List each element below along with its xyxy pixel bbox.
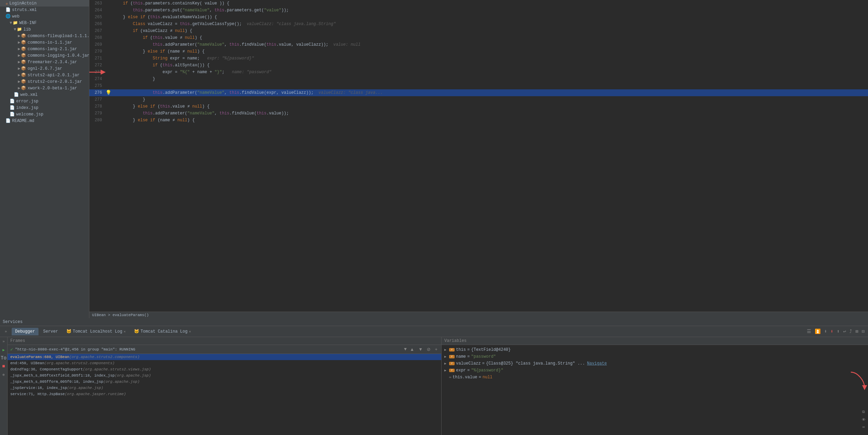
evaluate-expr-icon[interactable]: ∞ bbox=[860, 424, 867, 430]
sidebar-item-web-xml[interactable]: 📄 web.xml bbox=[0, 91, 89, 98]
grid-icon[interactable]: ⊞ bbox=[855, 328, 859, 335]
tab-tomcat-catalina[interactable]: 🐱 Tomcat Catalina Log ✕ bbox=[131, 327, 194, 335]
sidebar-item-welcome-jsp[interactable]: 📄 welcome.jsp bbox=[0, 111, 89, 118]
code-lines-container[interactable]: 263 if (this.parameters.containsKey( val… bbox=[89, 0, 868, 312]
frame-up-btn[interactable]: ▲ bbox=[409, 346, 415, 352]
thread-icon[interactable]: ⊕ bbox=[1, 371, 7, 378]
jar-icon-2: 📦 bbox=[21, 40, 26, 45]
sidebar-item-error-jsp[interactable]: 📄 error.jsp bbox=[0, 98, 89, 104]
frames-panel: Frames ✓ "http-nio-8080-exec-4"@2,456 in… bbox=[8, 337, 442, 435]
frame-item-1[interactable]: end:450, UIBean (org.apache.struts2.comp… bbox=[8, 360, 441, 366]
step-over-icon[interactable]: ⬇ bbox=[823, 328, 827, 335]
panel-toolbar-icons: ☰ ⏫ ⬇ ⬇ ⬆ ↩ ⤴ ⊞ ⊟ bbox=[806, 328, 865, 335]
chevron-right-icon-9: ▶ bbox=[18, 86, 20, 91]
sidebar-item-web[interactable]: 🌐 web bbox=[0, 13, 89, 20]
code-line-266: 266 Class valueClazz = this.getValueClas… bbox=[89, 21, 868, 27]
sidebar-item-loginactoin[interactable]: ☕ LoginActoin bbox=[0, 0, 89, 7]
var-expander-name[interactable]: ▶ bbox=[444, 355, 449, 359]
tab-tomcat-localhost[interactable]: 🐱 Tomcat Localhost Log ✕ bbox=[63, 327, 129, 335]
var-item-expr[interactable]: ▶ f expr = "%{password}" bbox=[442, 367, 868, 374]
step-into-icon[interactable]: ⬇ bbox=[830, 328, 834, 335]
restore-icon[interactable]: ⊟ bbox=[861, 328, 865, 335]
file-tree: ☕ LoginActoin 📄 struts.xml 🌐 web ▼ 📁 WEB… bbox=[0, 0, 89, 318]
frame-item-5[interactable]: _jspService:16, index_jsp (org.apache.js… bbox=[8, 385, 441, 391]
variables-list: ▶ f this = {TextField@4240} ▶ f name = "… bbox=[442, 345, 868, 435]
code-line-276: 276 💡 this.addParameter("nameValue", thi… bbox=[89, 89, 868, 96]
var-item-name[interactable]: ▶ f name = "password" bbox=[442, 353, 868, 360]
java-file-icon: ☕ bbox=[5, 1, 8, 6]
sidebar-item-commons-logging[interactable]: ▶ 📦 commons-logging-1.0.4.jar bbox=[0, 52, 89, 59]
jar-icon-9: 📦 bbox=[21, 86, 26, 91]
var-expander-expr[interactable]: ▶ bbox=[444, 368, 449, 372]
list-icon[interactable]: ☰ bbox=[806, 328, 812, 335]
code-line-271: 271 String expr = name; expr: "%{passwor… bbox=[89, 55, 868, 62]
var-expander-valueclazz[interactable]: ▶ bbox=[444, 361, 449, 366]
frame-item-6[interactable]: service:71, Http.JspBase (org.apache.jas… bbox=[8, 391, 441, 397]
evaluate-icon[interactable]: ⤴ bbox=[849, 328, 853, 335]
code-line-280: 280 } else if (name ≠ null) { bbox=[89, 117, 868, 124]
resume-side-icon[interactable]: ▶ bbox=[1, 347, 7, 353]
chevron-right-icon-7: ▶ bbox=[18, 72, 20, 78]
sidebar-item-commons-fileupload[interactable]: ▶ 📦 commons-fileupload-1.1.1.jar bbox=[0, 33, 89, 39]
var-expander-this[interactable]: ▶ bbox=[444, 348, 449, 352]
code-editor: 263 if (this.parameters.containsKey( val… bbox=[89, 0, 868, 318]
copy-value-icon[interactable]: ⧉ bbox=[860, 409, 867, 415]
frame-down-btn[interactable]: ▼ bbox=[418, 346, 424, 352]
var-item-valueclazz[interactable]: ▶ f valueClazz = {Class@325} "class java… bbox=[442, 360, 868, 367]
jar-icon-5: 📦 bbox=[21, 59, 26, 65]
var-icon-this: f bbox=[449, 348, 455, 352]
frames-list: evaluateParams:680, UIBean (org.apache.s… bbox=[8, 354, 441, 435]
resume-icon[interactable]: ⏫ bbox=[814, 328, 821, 335]
sidebar-item-ognl[interactable]: ▶ 📦 ognl-2.6.7.jar bbox=[0, 65, 89, 72]
sidebar-item-index-jsp[interactable]: 📄 index.jsp bbox=[0, 104, 89, 111]
stop-icon[interactable]: ■ bbox=[1, 363, 7, 369]
sidebar-item-commons-io[interactable]: ▶ 📦 commons-io-1.1.jar bbox=[0, 39, 89, 46]
run-to-cursor-icon[interactable]: ↩ bbox=[843, 328, 847, 335]
jar-icon-6: 📦 bbox=[21, 66, 26, 71]
jsp-file-icon-3: 📄 bbox=[10, 112, 15, 117]
thread-selector[interactable]: ✓ "http-nio-8080-exec-4"@2,456 in group … bbox=[8, 345, 441, 354]
services-label: Services bbox=[0, 318, 868, 326]
bottom-panel: Services » Debugger Server 🐱 Tomcat Loca… bbox=[0, 318, 868, 435]
var-item-this-value[interactable]: ▶ ∞ this.value = null bbox=[442, 374, 868, 381]
sidebar-item-xwork[interactable]: ▶ 📦 xwork-2.0-beta-1.jar bbox=[0, 85, 89, 91]
folder-lib-icon: 📁 bbox=[17, 27, 22, 32]
frame-item-0[interactable]: evaluateParams:680, UIBean (org.apache.s… bbox=[8, 354, 441, 360]
watch-icon[interactable]: 👁 bbox=[860, 416, 867, 423]
code-line-270: 270 } else if (name ≠ null) { bbox=[89, 48, 868, 55]
sidebar-item-struts2-api[interactable]: ▶ 📦 struts2-api-2.0.1.jar bbox=[0, 72, 89, 78]
frame-item-2[interactable]: doEndTag:36, ComponentTagSupport (org.ap… bbox=[8, 366, 441, 372]
sidebar-item-webinf[interactable]: ▼ 📁 WEB-INF bbox=[0, 20, 89, 26]
tab-debugger[interactable]: Debugger bbox=[12, 328, 38, 335]
sidebar-item-readme[interactable]: 📄 README.md bbox=[0, 118, 89, 124]
md-file-icon: 📄 bbox=[5, 118, 11, 123]
sidebar-item-freemarker[interactable]: ▶ 📦 freemarker-2.3.4.jar bbox=[0, 59, 89, 65]
var-item-this[interactable]: ▶ f this = {TextField@4240} bbox=[442, 346, 868, 353]
code-line-273: 273 expr = "%{" + name + "}"; nam bbox=[89, 69, 868, 76]
var-icon-expr: f bbox=[449, 369, 455, 372]
sidebar-item-commons-lang[interactable]: ▶ 📦 commons-lang-2.1.jar bbox=[0, 46, 89, 52]
side-expand-icon[interactable]: » bbox=[1, 338, 7, 345]
frame-item-3[interactable]: _jspx_meth_s_005ftextfield_005f1:18, ind… bbox=[8, 372, 441, 379]
thread-label: "http-nio-8080-exec-4"@2,456 in group "m… bbox=[15, 347, 402, 352]
add-frame-btn[interactable]: + bbox=[434, 346, 438, 352]
close-tomcat-localhost[interactable]: ✕ bbox=[124, 330, 126, 334]
chevron-right-icon-2: ▶ bbox=[18, 40, 20, 45]
bulb-icon: 💡 bbox=[105, 89, 111, 96]
infinity-icon: ∞ bbox=[449, 376, 451, 379]
navigate-link[interactable]: Navigate bbox=[587, 361, 607, 366]
panel-expand-icon[interactable]: » bbox=[3, 328, 9, 335]
frame-item-4[interactable]: _jspx_meth_s_005fform_005f0:18, index_js… bbox=[8, 379, 441, 385]
folder-icon: 📁 bbox=[13, 20, 18, 25]
sidebar-item-struts-xml[interactable]: 📄 struts.xml bbox=[0, 7, 89, 13]
filter-btn[interactable]: ⊘ bbox=[426, 346, 432, 352]
variables-header: Variables bbox=[442, 337, 868, 345]
sidebar-item-lib[interactable]: ▼ 📁 lib bbox=[0, 26, 89, 33]
code-line-269: 269 this.addParameter("nameValue", this.… bbox=[89, 41, 868, 48]
thread-dropdown-arrow[interactable]: ▼ bbox=[404, 347, 407, 352]
sidebar-item-struts2-core[interactable]: ▶ 📦 struts2-core-2.0.1.jar bbox=[0, 78, 89, 85]
close-tomcat-catalina[interactable]: ✕ bbox=[189, 330, 191, 334]
tab-server[interactable]: Server bbox=[40, 328, 62, 335]
step-out-icon[interactable]: ⬆ bbox=[836, 328, 840, 335]
tomcat-catalina-icon: 🐱 bbox=[134, 329, 139, 334]
